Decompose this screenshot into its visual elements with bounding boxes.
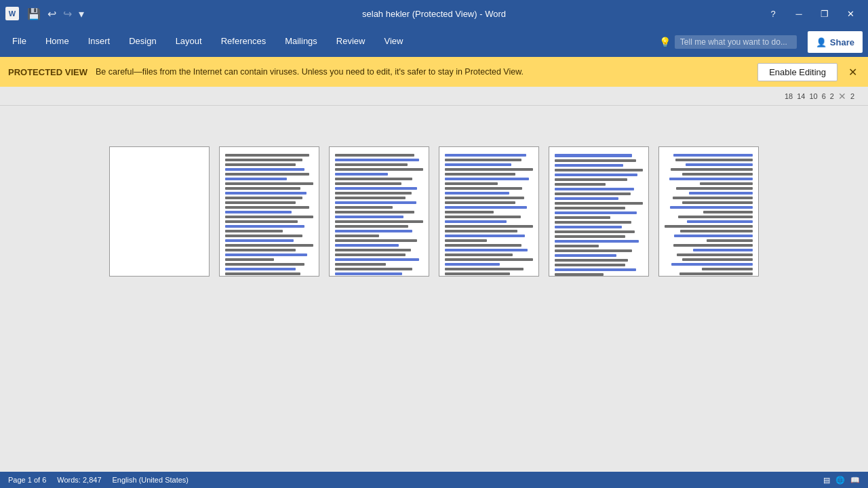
customize-qa-button[interactable]: ▾: [76, 6, 87, 22]
page-thumbnail-6[interactable]: [658, 146, 759, 277]
pages-thumbnails-row: [109, 146, 759, 277]
ribbon-spacer: [412, 27, 650, 57]
restore-button[interactable]: ❐: [812, 3, 837, 24]
ruler-num-18: 18: [785, 92, 793, 100]
share-icon: 👤: [816, 37, 827, 47]
ruler-num-6: 6: [822, 92, 826, 100]
protected-view-message: Be careful—files from the Internet can c…: [96, 67, 749, 77]
quick-access-toolbar: 💾 ↩ ↪ ▾: [24, 6, 87, 22]
page-thumbnail-5[interactable]: [549, 146, 649, 277]
word-count: Words: 2,847: [57, 476, 101, 484]
view-mode-print[interactable]: ▤: [823, 476, 830, 485]
ruler-num-10: 10: [809, 92, 817, 100]
ruler-numbers: 18 14 10 6 2 ✕ 2: [785, 91, 854, 102]
tab-review[interactable]: Review: [327, 27, 375, 57]
tab-design[interactable]: Design: [119, 27, 165, 57]
tab-home[interactable]: Home: [36, 27, 79, 57]
title-bar: W 💾 ↩ ↪ ▾ selah hekler (Protected View) …: [0, 0, 868, 27]
window-controls: ? ─ ❐ ✕: [761, 3, 863, 24]
page-thumbnail-2[interactable]: [219, 146, 319, 277]
enable-editing-button[interactable]: Enable Editing: [757, 63, 837, 81]
minimize-button[interactable]: ─: [787, 3, 811, 24]
language: English (United States): [113, 476, 189, 484]
page-thumbnail-1[interactable]: [109, 146, 210, 277]
window-title: selah hekler (Protected View) - Word: [362, 9, 506, 19]
protected-view-label: PROTECTED VIEW: [8, 67, 87, 77]
undo-button[interactable]: ↩: [45, 6, 59, 22]
word-icon: W: [5, 7, 19, 20]
ruler-num-2: 2: [830, 92, 834, 100]
ruler-num-2b: 2: [850, 92, 854, 100]
tab-view[interactable]: View: [374, 27, 412, 57]
title-bar-left: W 💾 ↩ ↪ ▾: [5, 6, 87, 22]
ruler-split-icon: ✕: [838, 91, 846, 102]
redo-button[interactable]: ↪: [60, 6, 75, 22]
tab-references[interactable]: References: [212, 27, 275, 57]
ruler-num-14: 14: [797, 92, 805, 100]
tab-mailings[interactable]: Mailings: [275, 27, 327, 57]
tab-file[interactable]: File: [3, 27, 36, 57]
tell-me-area: 💡: [651, 27, 805, 57]
page-thumbnail-4[interactable]: [439, 146, 539, 277]
close-protected-bar-button[interactable]: ✕: [846, 64, 860, 80]
save-button[interactable]: 💾: [24, 6, 43, 22]
ruler: 18 14 10 6 2 ✕ 2: [0, 87, 868, 106]
protected-view-bar: PROTECTED VIEW Be careful—files from the…: [0, 57, 868, 87]
page-thumbnail-3[interactable]: [329, 146, 429, 277]
tab-insert[interactable]: Insert: [79, 27, 120, 57]
page-info: Page 1 of 6: [8, 476, 46, 484]
tab-layout[interactable]: Layout: [166, 27, 212, 57]
share-button[interactable]: 👤 Share: [808, 31, 863, 53]
status-bar: Page 1 of 6 Words: 2,847 English (United…: [0, 472, 868, 488]
view-mode-web[interactable]: 🌐: [835, 476, 845, 485]
help-button[interactable]: ?: [761, 3, 785, 24]
status-right: ▤ 🌐 📖: [823, 476, 860, 485]
view-mode-read[interactable]: 📖: [850, 476, 860, 485]
ribbon: File Home Insert Design Layout Reference…: [0, 27, 868, 57]
tell-me-input[interactable]: [675, 35, 797, 49]
close-button[interactable]: ✕: [838, 3, 863, 24]
lightbulb-icon: 💡: [659, 37, 671, 47]
document-area: [0, 106, 868, 472]
